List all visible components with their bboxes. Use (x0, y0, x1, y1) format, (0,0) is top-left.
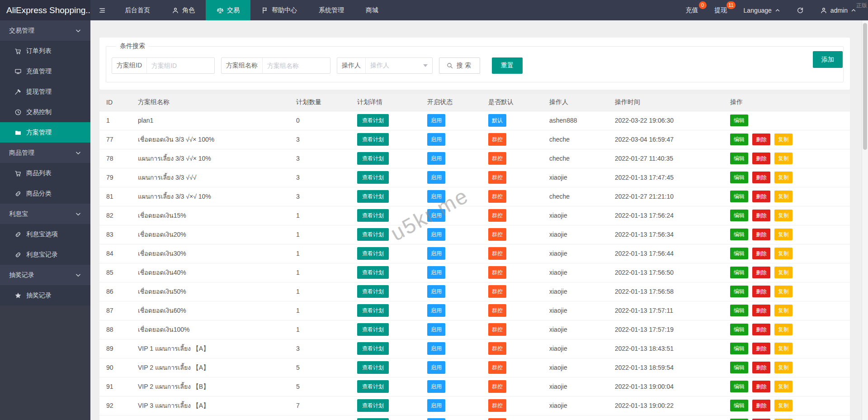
edit-button[interactable]: 编辑 (730, 172, 748, 183)
delete-button[interactable]: 删除 (752, 210, 770, 221)
sidebar-item-withdraw-management[interactable]: 提现管理 (0, 81, 90, 102)
edit-button[interactable]: 编辑 (730, 248, 748, 259)
sidebar-section-interest[interactable]: 利息宝 (0, 204, 90, 224)
enable-toggle[interactable]: 启用 (427, 418, 445, 420)
edit-button[interactable]: 编辑 (730, 134, 748, 145)
view-plan-button[interactable]: 查看计划 (357, 380, 389, 393)
sidebar-item-interest-records[interactable]: 利息宝记录 (0, 244, 90, 265)
enable-toggle[interactable]: 启用 (427, 152, 445, 165)
group-control-badge[interactable]: 群控 (488, 342, 506, 355)
view-plan-button[interactable]: 查看计划 (357, 361, 389, 374)
edit-button[interactable]: 编辑 (730, 267, 748, 278)
enable-toggle[interactable]: 启用 (427, 133, 445, 146)
sidebar-section-trade-management[interactable]: 交易管理 (0, 20, 90, 41)
plan-group-id-input[interactable] (146, 58, 214, 73)
copy-button[interactable]: 复制 (774, 305, 793, 316)
delete-button[interactable]: 删除 (752, 381, 770, 392)
refresh-button[interactable] (788, 0, 812, 20)
edit-button[interactable]: 编辑 (730, 343, 748, 354)
enable-toggle[interactable]: 启用 (427, 399, 445, 412)
sidebar-item-interest-options[interactable]: 利息宝选项 (0, 224, 90, 244)
view-plan-button[interactable]: 查看计划 (357, 247, 389, 260)
copy-button[interactable]: 复制 (774, 229, 793, 240)
group-control-badge[interactable]: 群控 (488, 361, 506, 374)
group-control-badge[interactable]: 群控 (488, 171, 506, 184)
copy-button[interactable]: 复制 (774, 267, 793, 278)
group-control-badge[interactable]: 群控 (488, 228, 506, 241)
copy-button[interactable]: 复制 (774, 343, 793, 354)
group-control-badge[interactable]: 群控 (488, 190, 506, 203)
copy-button[interactable]: 复制 (774, 381, 793, 392)
sidebar-toggle-button[interactable] (90, 0, 114, 20)
enable-toggle[interactable]: 启用 (427, 114, 445, 127)
plan-group-name-input[interactable] (262, 58, 330, 73)
edit-button[interactable]: 编辑 (730, 362, 748, 373)
view-plan-button[interactable]: 查看计划 (357, 133, 389, 146)
copy-button[interactable]: 复制 (774, 191, 793, 202)
view-plan-button[interactable]: 查看计划 (357, 323, 389, 336)
delete-button[interactable]: 删除 (752, 153, 770, 164)
copy-button[interactable]: 复制 (774, 248, 793, 259)
enable-toggle[interactable]: 启用 (427, 228, 445, 241)
delete-button[interactable]: 删除 (752, 248, 770, 259)
sidebar-item-goods-list[interactable]: 商品列表 (0, 163, 90, 183)
copy-button[interactable]: 复制 (774, 362, 793, 373)
delete-button[interactable]: 删除 (752, 286, 770, 297)
copy-button[interactable]: 复制 (774, 210, 793, 221)
view-plan-button[interactable]: 查看计划 (357, 418, 389, 420)
default-badge[interactable]: 默认 (488, 114, 506, 127)
sidebar-item-lottery-records[interactable]: 抽奖记录 (0, 285, 90, 305)
view-plan-button[interactable]: 查看计划 (357, 342, 389, 355)
view-plan-button[interactable]: 查看计划 (357, 171, 389, 184)
group-control-badge[interactable]: 群控 (488, 323, 506, 336)
add-button[interactable]: 添加 (813, 51, 843, 68)
sidebar-item-order-list[interactable]: 订单列表 (0, 41, 90, 61)
view-plan-button[interactable]: 查看计划 (357, 114, 389, 127)
sidebar-item-recharge-management[interactable]: 充值管理 (0, 61, 90, 81)
copy-button[interactable]: 复制 (774, 153, 793, 164)
copy-button[interactable]: 复制 (774, 286, 793, 297)
edit-button[interactable]: 编辑 (730, 400, 748, 411)
edit-button[interactable]: 编辑 (730, 153, 748, 164)
enable-toggle[interactable]: 启用 (427, 342, 445, 355)
group-control-badge[interactable]: 群控 (488, 133, 506, 146)
search-button[interactable]: 搜索 (439, 57, 480, 74)
withdraw-button[interactable]: 提现 11 (707, 0, 736, 20)
language-dropdown[interactable]: Language (736, 0, 788, 20)
nav-item-dashboard[interactable]: 后台首页 (114, 0, 161, 20)
delete-button[interactable]: 删除 (752, 229, 770, 240)
group-control-badge[interactable]: 群控 (488, 399, 506, 412)
nav-item-mall[interactable]: 商城 (355, 0, 389, 20)
delete-button[interactable]: 删除 (752, 400, 770, 411)
delete-button[interactable]: 删除 (752, 362, 770, 373)
recharge-button[interactable]: 充值 0 (678, 0, 707, 20)
view-plan-button[interactable]: 查看计划 (357, 152, 389, 165)
edit-button[interactable]: 编辑 (730, 191, 748, 202)
copy-button[interactable]: 复制 (774, 400, 793, 411)
group-control-badge[interactable]: 群控 (488, 266, 506, 279)
view-plan-button[interactable]: 查看计划 (357, 285, 389, 298)
enable-toggle[interactable]: 启用 (427, 266, 445, 279)
copy-button[interactable]: 复制 (774, 134, 793, 145)
enable-toggle[interactable]: 启用 (427, 190, 445, 203)
group-control-badge[interactable]: 群控 (488, 418, 506, 420)
sidebar-item-trade-control[interactable]: 交易控制 (0, 102, 90, 122)
view-plan-button[interactable]: 查看计划 (357, 399, 389, 412)
delete-button[interactable]: 删除 (752, 343, 770, 354)
enable-toggle[interactable]: 启用 (427, 171, 445, 184)
delete-button[interactable]: 删除 (752, 191, 770, 202)
group-control-badge[interactable]: 群控 (488, 152, 506, 165)
delete-button[interactable]: 删除 (752, 324, 770, 335)
nav-item-trade[interactable]: 交易 (206, 0, 250, 20)
enable-toggle[interactable]: 启用 (427, 247, 445, 260)
view-plan-button[interactable]: 查看计划 (357, 266, 389, 279)
nav-item-roles[interactable]: 角色 (161, 0, 206, 20)
sidebar-item-goods-category[interactable]: 商品分类 (0, 183, 90, 204)
edit-button[interactable]: 编辑 (730, 210, 748, 221)
edit-button[interactable]: 编辑 (730, 324, 748, 335)
group-control-badge[interactable]: 群控 (488, 380, 506, 393)
view-plan-button[interactable]: 查看计划 (357, 190, 389, 203)
delete-button[interactable]: 删除 (752, 172, 770, 183)
group-control-badge[interactable]: 群控 (488, 304, 506, 317)
enable-toggle[interactable]: 启用 (427, 361, 445, 374)
